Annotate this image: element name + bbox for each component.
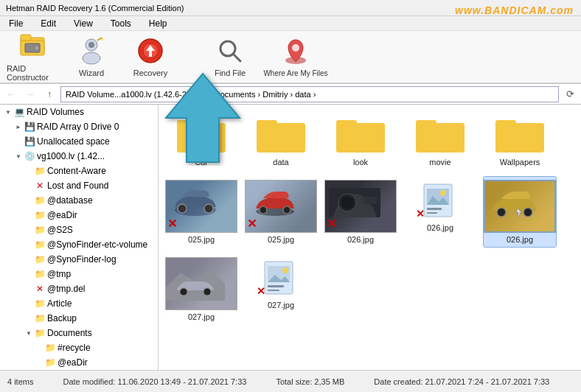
menu-help[interactable]: Help <box>146 17 170 30</box>
sidebar-item-unallocated[interactable]: 💾 Unallocated space <box>0 134 158 149</box>
svg-point-7 <box>88 42 94 48</box>
sidebar-item-article[interactable]: 📁 Article <box>0 296 158 311</box>
sidebar-item-s2s[interactable]: 📁 @S2S <box>0 223 158 237</box>
sidebar-item-raid-volumes[interactable]: ▼ 💻 RAID Volumes <box>0 105 158 119</box>
forward-button[interactable]: → <box>22 86 38 102</box>
address-path[interactable]: RAID Volume...a1000.lv (1.42.6-25556) › … <box>60 86 559 102</box>
file-item-026-small[interactable]: ✕ 026.jpg <box>403 176 477 248</box>
file-label-wallpapers: Wallpapers <box>500 158 540 167</box>
file-item-025-2[interactable]: ✕ 025.jpg <box>244 176 318 248</box>
sidebar-item-database[interactable]: 📁 @database <box>0 193 158 208</box>
drive-icon: 💾 <box>24 121 35 133</box>
folder-icon: 📁 <box>44 342 56 354</box>
toggle-icon: ▼ <box>13 151 24 161</box>
find-file-label: Find File <box>215 69 246 77</box>
wizard-button[interactable]: Wizard <box>65 33 118 80</box>
menu-tools[interactable]: Tools <box>108 17 134 30</box>
deleted-mark-small: ✕ <box>416 208 425 220</box>
svg-rect-48 <box>268 285 284 287</box>
sidebar-item-documents[interactable]: ▼ 📁 Documents <box>0 326 158 340</box>
folder-icon: 📁 <box>34 239 46 251</box>
file-item-027-2[interactable]: ✕ 027.jpg <box>244 253 318 325</box>
svg-point-41 <box>497 208 506 217</box>
file-item-data[interactable]: data <box>244 111 318 170</box>
sidebar-item-tmp[interactable]: 📁 @tmp <box>0 267 158 281</box>
folder-icon-look <box>335 114 386 155</box>
sidebar-label: Documents <box>47 328 92 338</box>
sidebar-item-recycle[interactable]: 📁 #recycle <box>0 340 158 355</box>
sidebar-item-synofinder-log[interactable]: 📁 @SynoFinder-log <box>0 252 158 267</box>
file-item-027-1[interactable]: 027.jpg <box>164 253 238 325</box>
toggle-icon: ► <box>13 122 24 132</box>
sidebar-item-eadir2[interactable]: 📁 @eaDir <box>0 355 158 370</box>
sidebar-item-eadir[interactable]: 📁 @eaDir <box>0 208 158 223</box>
sidebar-label: Backup <box>47 313 77 323</box>
toggle-icon <box>24 254 34 265</box>
svg-rect-2 <box>21 35 31 41</box>
file-label-025-2: 025.jpg <box>268 235 294 244</box>
menu-edit[interactable]: Edit <box>38 17 59 30</box>
folder-deleted-icon: ✕ <box>34 283 46 295</box>
svg-point-44 <box>203 288 211 295</box>
file-browser: Car data look <box>159 105 581 370</box>
find-file-button[interactable]: Find File <box>203 33 257 80</box>
folder-icon: 📁 <box>44 357 56 368</box>
file-label-025-1: 025.jpg <box>188 235 215 244</box>
where-my-files-label: Where Are My Files <box>263 69 327 77</box>
sidebar-label: Unallocated space <box>37 136 110 147</box>
svg-rect-49 <box>268 290 279 291</box>
wizard-icon <box>77 36 106 66</box>
file-item-car[interactable]: Car <box>164 111 238 170</box>
sidebar-label: @database <box>47 195 93 206</box>
refresh-button[interactable]: ⟳ <box>562 86 578 102</box>
back-button[interactable]: ← <box>3 86 19 102</box>
image-thumb-025-2: ✕ <box>245 180 317 233</box>
file-item-wallpapers[interactable]: Wallpapers <box>483 111 557 170</box>
where-my-files-button[interactable]: Where Are My Files <box>262 33 329 80</box>
folder-icon: 📁 <box>34 209 46 221</box>
sidebar-label: vg1000.lv (1.42... <box>37 151 105 161</box>
sidebar-item-tmp-del[interactable]: ✕ @tmp.del <box>0 281 158 296</box>
menu-view[interactable]: View <box>71 17 96 30</box>
sidebar-item-raid-array[interactable]: ► 💾 RAID Array 0 Drive 0 <box>0 119 158 134</box>
up-button[interactable]: ↑ <box>41 86 58 102</box>
file-item-026-selected[interactable]: 026.jpg <box>483 176 557 248</box>
statusbar: 4 items Date modified: 11.06.2020 13:49 … <box>0 370 581 392</box>
toggle-icon <box>24 284 34 294</box>
file-item-025-1[interactable]: ✕ 025.jpg <box>164 176 238 248</box>
folder-icon: 📁 <box>34 224 46 236</box>
main-area: ▼ 💻 RAID Volumes ► 💾 RAID Array 0 Drive … <box>0 105 581 370</box>
sidebar-label: Content-Aware <box>47 166 106 176</box>
sidebar-label: @eaDir <box>58 357 88 368</box>
sidebar-item-content-aware[interactable]: 📁 Content-Aware <box>0 164 158 178</box>
svg-point-6 <box>83 52 100 64</box>
deleted-mark: ✕ <box>167 217 177 231</box>
file-label-look: look <box>353 158 368 167</box>
toggle-icon <box>24 181 34 191</box>
svg-point-34 <box>341 197 353 209</box>
svg-rect-17 <box>177 120 198 127</box>
sidebar-label: @eaDir <box>47 210 77 220</box>
sidebar-item-lost-found[interactable]: ✕ Lost and Found <box>0 178 158 193</box>
raid-constructor-button[interactable]: RAID Constructor <box>6 33 59 80</box>
file-item-look[interactable]: look <box>324 111 397 170</box>
menu-file[interactable]: File <box>6 17 26 30</box>
folder-icon: 📁 <box>34 327 46 339</box>
toggle-icon <box>24 313 34 323</box>
sidebar-label: RAID Volumes <box>27 107 84 117</box>
svg-point-30 <box>260 206 267 214</box>
toggle-icon: ▼ <box>3 107 13 117</box>
recovery-icon <box>136 36 165 66</box>
sidebar-item-synofinder-etc[interactable]: 📁 @SynoFinder-etc-volume <box>0 237 158 252</box>
file-item-026-1[interactable]: ✕ 026.jpg <box>324 176 397 248</box>
folder-icon: 📁 <box>34 195 46 206</box>
folder-icon-movie <box>414 114 466 155</box>
sidebar-item-vg1000[interactable]: ▼ 💿 vg1000.lv (1.42... <box>0 149 158 164</box>
svg-point-27 <box>178 204 187 213</box>
find-file-icon <box>215 36 245 66</box>
raid-constructor-icon <box>18 32 47 61</box>
file-item-movie[interactable]: movie <box>403 111 477 170</box>
recovery-button[interactable]: Recovery <box>124 33 177 80</box>
sidebar-item-backup[interactable]: 📁 Backup <box>0 311 158 326</box>
where-my-files-icon <box>281 37 310 66</box>
